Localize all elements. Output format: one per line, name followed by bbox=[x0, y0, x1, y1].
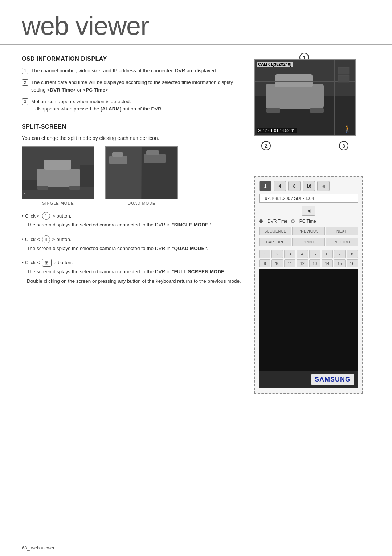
dvr-ch-11[interactable]: 11 bbox=[284, 259, 295, 267]
svg-rect-28 bbox=[338, 75, 349, 82]
svg-rect-29 bbox=[259, 269, 358, 371]
dvr-panel: 1 4 8 16 ⊞ 192.168.1.200 / SDE-3004 ◀ DV… bbox=[254, 176, 363, 394]
dvr-btn-4[interactable]: 4 bbox=[274, 181, 286, 191]
dvr-btn-8[interactable]: 8 bbox=[288, 181, 301, 191]
svg-rect-4 bbox=[69, 186, 80, 190]
dvr-ch-6[interactable]: 6 bbox=[322, 250, 333, 258]
btn-fullscreen-icon[interactable]: ⊞ bbox=[42, 259, 52, 267]
osd-annotation-2: 2 bbox=[261, 141, 271, 150]
svg-rect-3 bbox=[37, 186, 48, 190]
dvr-ch-5[interactable]: 5 bbox=[309, 250, 320, 258]
click-item-single-desc: The screen displays the selected camera … bbox=[27, 221, 243, 229]
dvr-ch-9[interactable]: 9 bbox=[259, 259, 270, 267]
quad-cell-2-svg bbox=[142, 147, 178, 199]
click-text-3-suffix: > button. bbox=[54, 260, 73, 265]
dvr-ch-4[interactable]: 4 bbox=[297, 250, 308, 258]
click-text-2: Click < bbox=[25, 237, 40, 242]
osd-item-3: 3 Motion icon appears when motion is det… bbox=[22, 98, 243, 113]
dvr-ch-3[interactable]: 3 bbox=[284, 250, 295, 258]
osd-num-badge-3: 3 bbox=[22, 98, 28, 105]
quad-mode-preview-container: QUAD MODE bbox=[105, 146, 178, 205]
dvr-ch-15[interactable]: 15 bbox=[334, 259, 345, 267]
cam-timestamp: 2012-01-01 14:52:41 bbox=[257, 128, 297, 133]
svg-rect-6 bbox=[80, 165, 94, 187]
dvr-ch-1[interactable]: 1 bbox=[259, 250, 270, 258]
dvr-footer: SAMSUNG bbox=[259, 371, 358, 388]
svg-rect-5 bbox=[22, 180, 37, 190]
dvr-next-btn[interactable]: NEXT bbox=[326, 227, 358, 235]
dvr-ch-10[interactable]: 10 bbox=[271, 259, 283, 267]
osd-num-badge-1: 1 bbox=[22, 68, 28, 74]
osd-item-2-text: The current date and time will be displa… bbox=[31, 79, 243, 94]
single-mode-thumb: 1 bbox=[22, 146, 94, 199]
click-item-quad-desc: The screen displays the selected camera … bbox=[27, 245, 243, 252]
dvr-ch-14[interactable]: 14 bbox=[322, 259, 333, 267]
btn-4-icon[interactable]: 4 bbox=[42, 235, 50, 243]
click-item-quad-bullet: • Click < 4 > button. bbox=[22, 235, 243, 243]
split-section: SPLIT-SCREEN You can change the split mo… bbox=[22, 124, 243, 285]
fullscreen-mode-text: "FULL SCREEN MODE" bbox=[172, 269, 226, 274]
page-title: web viewer bbox=[0, 0, 392, 45]
dvr-nav-row: SEQUENCE PREVIOUS NEXT bbox=[259, 227, 358, 235]
osd-numbered-list: 1 The channel number, video size, and IP… bbox=[22, 67, 243, 113]
dvr-ch-8[interactable]: 8 bbox=[347, 250, 358, 258]
btn-1-icon[interactable]: 1 bbox=[42, 212, 50, 220]
dvr-time-label: DVR Time bbox=[268, 219, 287, 224]
split-section-title: SPLIT-SCREEN bbox=[22, 124, 243, 130]
right-column: 1 bbox=[254, 56, 370, 394]
osd-item-3-text: Motion icon appears when motion is detec… bbox=[31, 98, 163, 113]
dvr-btn-1[interactable]: 1 bbox=[259, 181, 271, 191]
dvr-ch-16[interactable]: 16 bbox=[347, 259, 358, 267]
quad-cell-1 bbox=[106, 147, 142, 199]
osd-num-badge-2: 2 bbox=[22, 79, 28, 86]
click-item-quad: • Click < 4 > button. The screen display… bbox=[22, 235, 243, 252]
osd-item-2: 2 The current date and time will be disp… bbox=[22, 79, 243, 94]
dvr-ip-bar: 192.168.1.200 / SDE-3004 bbox=[259, 194, 358, 203]
single-mode-text: "SINGLE MODE" bbox=[172, 222, 211, 227]
quad-cell-1-svg bbox=[106, 147, 142, 199]
osd-diagram: 1 bbox=[254, 59, 370, 150]
dvr-top-buttons: 1 4 8 16 ⊞ bbox=[259, 181, 358, 191]
dvr-capture-btn[interactable]: CAPTURE bbox=[259, 238, 291, 246]
click-text-1: Click < bbox=[25, 213, 40, 219]
click-item-fullscreen-desc: The screen displays the selected camera … bbox=[27, 268, 243, 275]
cam-scene: CAM 01[352X240] 2012-01-01 14:52:41 🚶 bbox=[255, 60, 355, 135]
osd-section-title: OSD INFORMATION DISPLAY bbox=[22, 56, 243, 62]
click-item-fullscreen: • Click < ⊞ > button. The screen display… bbox=[22, 259, 243, 285]
click-item-fullscreen-bullet: • Click < ⊞ > button. bbox=[22, 259, 243, 267]
cam-scene-svg bbox=[255, 60, 355, 135]
click-item-single: • Click < 1 > button. The screen display… bbox=[22, 212, 243, 229]
dvr-ch-2[interactable]: 2 bbox=[271, 250, 283, 258]
pc-time-radio-empty bbox=[291, 219, 295, 223]
fullscreen-extra-note: Double clicking on the screen or pressin… bbox=[27, 278, 243, 285]
click-item-single-bullet: • Click < 1 > button. bbox=[22, 212, 243, 220]
osd-item-1: 1 The channel number, video size, and IP… bbox=[22, 67, 243, 74]
page-footer: 68_ web viewer bbox=[22, 542, 370, 551]
dvr-previous-btn[interactable]: PREVIOUS bbox=[292, 227, 324, 235]
svg-rect-2 bbox=[44, 160, 71, 170]
dvr-ch-12[interactable]: 12 bbox=[297, 259, 308, 267]
cam-label: CAM 01[352X240] bbox=[257, 62, 293, 67]
svg-rect-8 bbox=[106, 147, 142, 199]
dvr-record-btn[interactable]: RECORD bbox=[326, 238, 358, 246]
dvr-btn-16[interactable]: 16 bbox=[303, 181, 315, 191]
split-description: You can change the split mode by clickin… bbox=[22, 135, 243, 141]
svg-rect-12 bbox=[144, 154, 166, 163]
dvr-large-preview bbox=[259, 269, 358, 371]
dvr-print-btn[interactable]: PRINT bbox=[292, 238, 324, 246]
click-text-2-suffix: > button. bbox=[52, 237, 72, 242]
click-text-1-suffix: > button. bbox=[52, 213, 72, 219]
osd-section: OSD INFORMATION DISPLAY 1 The channel nu… bbox=[22, 56, 243, 113]
dvr-time-row: DVR Time PC Time bbox=[259, 219, 358, 224]
cam-motion-icon: 🚶 bbox=[343, 125, 351, 133]
split-previews: 1 SINGLE MODE bbox=[22, 146, 243, 205]
single-scene-svg: 1 bbox=[22, 147, 94, 199]
dvr-btn-fullscreen[interactable]: ⊞ bbox=[317, 181, 330, 191]
svg-rect-23 bbox=[266, 108, 280, 113]
dvr-ch-13[interactable]: 13 bbox=[309, 259, 320, 267]
dvr-sequence-btn[interactable]: SEQUENCE bbox=[259, 227, 291, 235]
single-mode-label: SINGLE MODE bbox=[22, 201, 94, 205]
dvr-ch-7[interactable]: 7 bbox=[334, 250, 345, 258]
osd-annotation-3: 3 bbox=[339, 141, 348, 150]
dvr-play-button[interactable]: ◀ bbox=[302, 206, 315, 216]
